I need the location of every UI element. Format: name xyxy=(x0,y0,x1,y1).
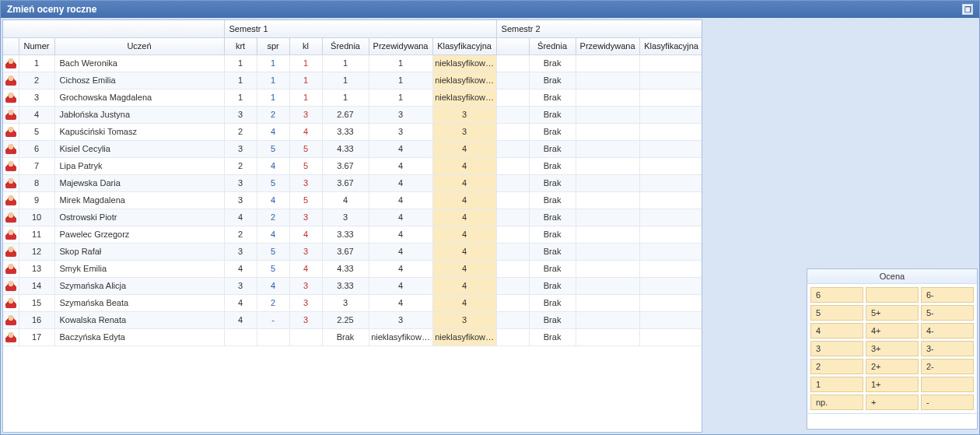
cell-pred: 4 xyxy=(369,277,432,294)
cell-klas[interactable]: 3 xyxy=(432,106,496,123)
grade-button[interactable]: 2+ xyxy=(866,359,919,374)
student-icon xyxy=(3,123,19,140)
grade-button[interactable] xyxy=(921,377,974,392)
grade-button[interactable]: 2 xyxy=(810,359,863,374)
cell-klas[interactable]: 4 xyxy=(432,157,496,174)
cell-s2-avg: Brak xyxy=(529,311,576,328)
grade-button[interactable]: - xyxy=(921,395,974,410)
table-row[interactable]: 9Mirek Magdalena345444Brak xyxy=(3,191,702,209)
table-row[interactable]: 17Baczyńska EdytaBraknieklasyfikow…niekl… xyxy=(3,328,702,346)
col-przewidywana-2[interactable]: Przewidywana xyxy=(576,37,639,54)
cell-name: Grochowska Magdalena xyxy=(54,89,224,106)
cell-s2-blank xyxy=(496,260,529,277)
grade-button[interactable]: 4- xyxy=(921,323,974,339)
cell-avg: 1 xyxy=(322,54,369,72)
cell-klas[interactable]: 4 xyxy=(432,209,496,226)
col-klasyfikacyjna-2[interactable]: Klasyfikacyjna xyxy=(639,37,702,54)
table-row[interactable]: 6Kisiel Cecylia3554.3344Brak xyxy=(3,140,702,157)
col-uczen[interactable]: Uczeń xyxy=(54,37,224,54)
cell-klas[interactable]: 4 xyxy=(432,294,496,311)
cell-s2-blank xyxy=(496,311,529,328)
cell-avg: 1 xyxy=(322,89,369,106)
table-row[interactable]: 12Skop Rafał3533.6744Brak xyxy=(3,243,702,260)
col-srednia-1[interactable]: Średnia xyxy=(322,37,369,54)
spacer xyxy=(705,19,803,433)
table-row[interactable]: 1Bach Weronika11111nieklasyfikow…Brak xyxy=(3,54,702,72)
table-row[interactable]: 16Kowalska Renata4-32.2533Brak xyxy=(3,311,702,328)
cell-klas[interactable]: nieklasyfikow… xyxy=(432,72,496,89)
grade-button[interactable]: np. xyxy=(810,395,863,410)
header-semestr-2[interactable]: Semestr 2 xyxy=(496,20,702,37)
cell-spr xyxy=(257,328,289,346)
table-row[interactable]: 10Ostrowski Piotr423344Brak xyxy=(3,209,702,226)
grade-button[interactable]: 1 xyxy=(810,377,863,392)
table-row[interactable]: 4Jabłońska Justyna3232.6733Brak xyxy=(3,106,702,123)
cell-spr: 4 xyxy=(257,191,289,209)
table-row[interactable]: 5Kapuściński Tomasz2443.3333Brak xyxy=(3,123,702,140)
student-icon xyxy=(3,191,19,209)
table-row[interactable]: 11Pawelec Grzegorz2443.3344Brak xyxy=(3,226,702,243)
cell-krt: 3 xyxy=(224,174,257,191)
cell-name: Ostrowski Piotr xyxy=(54,209,224,226)
grade-button[interactable] xyxy=(866,287,919,303)
table-row[interactable]: 7Lipa Patryk2453.6744Brak xyxy=(3,157,702,174)
restore-icon[interactable]: ❐ xyxy=(962,4,973,15)
cell-klas[interactable]: 3 xyxy=(432,123,496,140)
cell-name: Mirek Magdalena xyxy=(54,191,224,209)
grade-button[interactable]: 5- xyxy=(921,305,974,321)
table-row[interactable]: 14Szymańska Alicja3433.3344Brak xyxy=(3,277,702,294)
cell-klas[interactable]: 4 xyxy=(432,260,496,277)
col-klasyfikacyjna-1[interactable]: Klasyfikacyjna xyxy=(432,37,496,54)
grade-button[interactable]: 3+ xyxy=(866,341,919,356)
table-row[interactable]: 15Szymańska Beata423344Brak xyxy=(3,294,702,311)
cell-kl: 4 xyxy=(289,260,322,277)
cell-avg: 3.67 xyxy=(322,157,369,174)
cell-klas[interactable]: nieklasyfikow… xyxy=(432,328,496,346)
cell-klas[interactable]: 4 xyxy=(432,226,496,243)
cell-numer: 14 xyxy=(19,277,54,294)
grade-button[interactable]: 5+ xyxy=(866,305,919,321)
cell-name: Lipa Patryk xyxy=(54,157,224,174)
grade-button[interactable]: + xyxy=(866,395,919,410)
cell-s2-blank xyxy=(496,328,529,346)
col-krt[interactable]: krt xyxy=(224,37,257,54)
col-kl[interactable]: kl xyxy=(289,37,322,54)
cell-klas[interactable]: nieklasyfikow… xyxy=(432,54,496,72)
cell-numer: 10 xyxy=(19,209,54,226)
cell-klas[interactable]: 4 xyxy=(432,140,496,157)
grade-button[interactable]: 3- xyxy=(921,341,974,356)
cell-klas[interactable]: 4 xyxy=(432,243,496,260)
grade-button[interactable]: 1+ xyxy=(866,377,919,392)
col-przewidywana-1[interactable]: Przewidywana xyxy=(369,37,432,54)
cell-klas[interactable]: 4 xyxy=(432,174,496,191)
cell-klas[interactable]: nieklasyfikow… xyxy=(432,89,496,106)
cell-s2-blank xyxy=(496,294,529,311)
grade-button[interactable]: 4+ xyxy=(866,323,919,339)
table-row[interactable]: 3Grochowska Magdalena11111nieklasyfikow…… xyxy=(3,89,702,106)
grade-button[interactable]: 4 xyxy=(810,323,863,339)
cell-s2-avg: Brak xyxy=(529,243,576,260)
cell-spr: 4 xyxy=(257,157,289,174)
cell-s2-blank xyxy=(496,89,529,106)
cell-krt xyxy=(224,328,257,346)
cell-klas[interactable]: 4 xyxy=(432,191,496,209)
grade-button[interactable]: 5 xyxy=(810,305,863,321)
cell-pred: 4 xyxy=(369,294,432,311)
grade-button[interactable]: 6 xyxy=(810,287,863,303)
table-row[interactable]: 8Majewska Daria3533.6744Brak xyxy=(3,174,702,191)
col-srednia-2[interactable]: Średnia xyxy=(529,37,576,54)
cell-klas[interactable]: 3 xyxy=(432,311,496,328)
header-semestr-1[interactable]: Semestr 1 xyxy=(224,20,496,37)
col-spr[interactable]: spr xyxy=(257,37,289,54)
cell-klas[interactable]: 4 xyxy=(432,277,496,294)
table-row[interactable]: 2Cichosz Emilia11111nieklasyfikow…Brak xyxy=(3,72,702,89)
col-numer[interactable]: Numer xyxy=(19,37,54,54)
grade-button[interactable]: 2- xyxy=(921,359,974,374)
cell-numer: 15 xyxy=(19,294,54,311)
cell-pred: nieklasyfikow… xyxy=(369,328,432,346)
cell-numer: 5 xyxy=(19,123,54,140)
grade-button[interactable]: 3 xyxy=(810,341,863,356)
cell-spr: 4 xyxy=(257,226,289,243)
table-row[interactable]: 13Smyk Emilia4544.3344Brak xyxy=(3,260,702,277)
grade-button[interactable]: 6- xyxy=(921,287,974,303)
